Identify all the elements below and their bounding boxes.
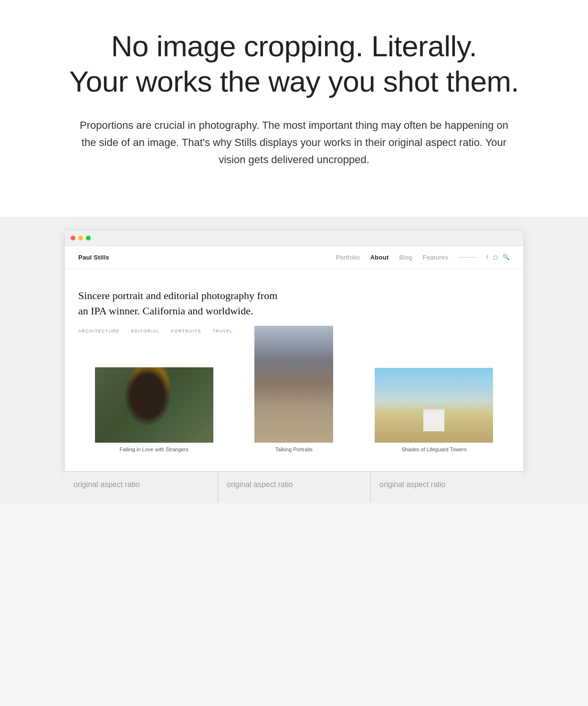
aspect-col-2: original aspect ratio [218,471,370,503]
browser-demo-wrapper: Paul Stills Portfolio About Blog Feature… [0,217,588,504]
heading-line1: No image cropping. Literally. [111,30,477,62]
site-tagline: Sincere portrait and editorial photograp… [78,288,307,319]
category-portraits[interactable]: PORTRAITS [171,329,201,333]
social-icons: f ◻ 🔍 [486,254,510,261]
aspect-label-1: original aspect ratio [74,480,140,488]
nav-links: Portfolio About Blog Features f ◻ 🔍 [336,254,510,261]
sub-description: Proportions are crucial in photography. … [79,117,509,169]
instagram-icon: ◻ [493,254,498,261]
hero-section: No image cropping. Literally. Your works… [0,0,588,217]
photo-caption-1: Falling in Love with Strangers [120,446,189,458]
browser-window: Paul Stills Portfolio About Blog Feature… [65,231,523,472]
photo-caption-2: Talking Portraits [275,446,313,458]
photo-woman-reading [95,367,213,443]
browser-chrome [65,231,523,246]
browser-dot-close [71,236,75,240]
nav-blog[interactable]: Blog [399,254,412,261]
site-content: Sincere portrait and editorial photograp… [65,269,523,472]
photo-item-2: Talking Portraits [224,326,364,458]
photo-lifeguard [375,368,493,443]
search-icon[interactable]: 🔍 [503,254,510,261]
photo-item-3: Shades of Lifeguard Towers [364,368,504,458]
tagline-line2: an IPA winner. California and worldwide. [78,305,253,317]
category-architecture[interactable]: ARCHITECTURE [78,329,120,333]
nav-divider [459,257,476,258]
aspect-label-3: original aspect ratio [379,480,446,488]
photo-dancer [254,326,333,443]
site-logo: Paul Stills [78,254,109,261]
browser-dot-minimize [78,236,83,240]
facebook-icon: f [486,254,488,261]
aspect-ratio-labels: original aspect ratio original aspect ra… [65,471,523,503]
site-navigation: Paul Stills Portfolio About Blog Feature… [65,246,523,269]
photo-item-1: Falling in Love with Strangers [84,367,224,458]
nav-features[interactable]: Features [423,254,448,261]
photo-grid: Falling in Love with Strangers Talking P… [78,345,510,458]
heading-line2: Your works the way you shot them. [69,65,519,98]
tagline-line1: Sincere portrait and editorial photograp… [78,290,277,301]
category-editorial[interactable]: EDITORIAL [131,329,160,333]
nav-portfolio[interactable]: Portfolio [336,254,360,261]
aspect-col-3: original aspect ratio [370,471,523,503]
aspect-label-2: original aspect ratio [227,480,293,488]
main-heading: No image cropping. Literally. Your works… [19,29,569,100]
aspect-col-1: original aspect ratio [65,471,218,503]
photo-caption-3: Shades of Lifeguard Towers [401,446,466,458]
browser-dot-fullscreen [86,236,91,240]
nav-about[interactable]: About [370,254,389,261]
